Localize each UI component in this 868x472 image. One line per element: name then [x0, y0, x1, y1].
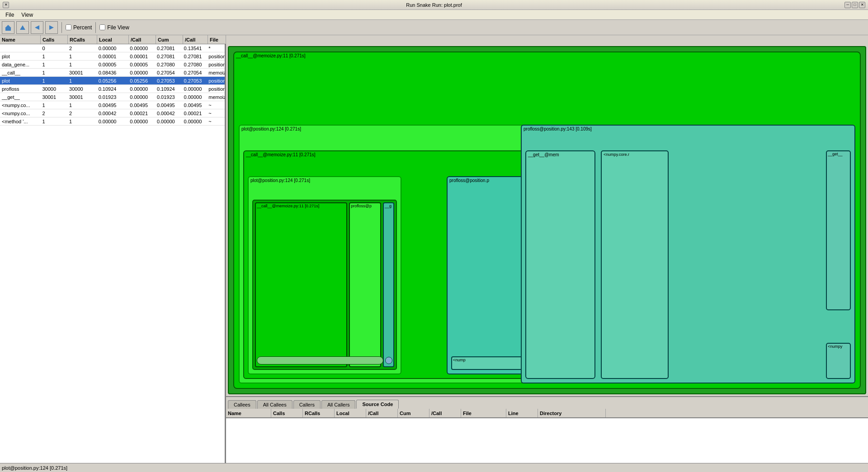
table-row[interactable]: <method '... 1 1 0.00000 0.00000 0.00000…	[0, 117, 225, 126]
vis-numpy-small-label: <nump	[452, 357, 523, 363]
tab-callees[interactable]: Callees	[228, 400, 256, 409]
cell-calls: 30001	[40, 93, 67, 101]
fileview-checkbox[interactable]	[99, 24, 105, 30]
table-row[interactable]: __get__ 30001 30001 0.01923 0.00000 0.01…	[0, 93, 225, 101]
cell-cumcall: 0.00000	[182, 85, 207, 93]
cell-file: ~	[207, 117, 225, 125]
cell-percall: 0.00000	[128, 44, 155, 52]
percent-checkbox-container: Percent	[66, 24, 92, 31]
fileview-label: File View	[107, 24, 129, 31]
cell-cum: 0.00495	[155, 101, 182, 109]
window-close-btn2[interactable]: ✕	[859, 2, 865, 8]
vis-profloss-deep[interactable]: profloss@p	[349, 202, 381, 367]
cell-file: ~	[207, 109, 225, 117]
menu-file[interactable]: File	[2, 11, 18, 19]
tab-source-code[interactable]: Source Code	[356, 400, 399, 409]
left-col-headers: Name Calls RCalls Local /Call Cum /Call …	[0, 35, 226, 44]
vis-deep-call-label: __call__@memoize.py:11 [0.271s]	[256, 203, 346, 209]
cell-cumcall: 0.27054	[182, 69, 207, 76]
menu-bar: File View	[0, 10, 868, 20]
table-row[interactable]: data_gene... 1 1 0.00005 0.00005 0.27080…	[0, 61, 225, 69]
cell-percall: 0.00000	[128, 93, 155, 101]
table-row[interactable]: 0 2 0.00000 0.00000 0.27081 0.13541 *	[0, 44, 225, 52]
vis-plot-inner[interactable]: plot@position.py:124 [0.271s] __call__@m…	[248, 176, 401, 374]
tabs-bar: Callees All Callees Callers All Callers …	[226, 397, 868, 409]
vis-outer-box[interactable]: __call__@memoize.py:11 [0.271s] plot@pos…	[233, 51, 861, 389]
vis-deep-call[interactable]: __call__@memoize.py:11 [0.271s]	[255, 202, 347, 367]
vis-profloss-main[interactable]: profloss@position.py:143 [0.109s] __get_…	[521, 125, 855, 383]
cell-local: 0.01923	[97, 93, 128, 101]
menu-view[interactable]: View	[18, 11, 37, 19]
cell-rcalls: 1	[67, 77, 97, 84]
cell-cum: 0.27081	[155, 44, 182, 52]
col-header-file: File	[208, 35, 226, 44]
vis-profloss-inner-label: profloss@position.p	[448, 177, 527, 184]
cell-file: ~	[207, 101, 225, 109]
table-row[interactable]: <numpy.co... 2 2 0.00042 0.00021 0.00042…	[0, 109, 225, 117]
tab-all-callees[interactable]: All Callees	[257, 400, 292, 409]
title-bar-left: ✕	[3, 2, 9, 8]
cell-name	[0, 44, 40, 52]
cell-rcalls: 30000	[67, 85, 97, 93]
toolbar-forward-btn[interactable]	[45, 21, 58, 34]
cell-rcalls: 2	[67, 109, 97, 117]
table-row[interactable]: __call__ 1 30001 0.08436 0.00000 0.27054…	[0, 69, 225, 77]
col-header-rcalls: RCalls	[68, 35, 97, 44]
vis-profloss-inner[interactable]: profloss@position.p <nump	[447, 176, 528, 374]
vis-get-label: __get__@mem	[526, 151, 594, 158]
cell-percall: 0.00495	[128, 101, 155, 109]
window-close-btn[interactable]: ✕	[3, 2, 9, 8]
cell-cum: 0.00042	[155, 109, 182, 117]
cell-local: 0.10924	[97, 85, 128, 93]
cell-name: <numpy.co...	[0, 109, 40, 117]
vis-get-box[interactable]: __get__@mem	[525, 150, 595, 379]
table-row[interactable]: profloss 30000 30000 0.10924 0.00000 0.1…	[0, 85, 225, 93]
cell-local: 0.00001	[97, 52, 128, 60]
vis-numpy-core[interactable]: <numpy.core.r	[601, 150, 669, 379]
bottom-col-calls: Calls	[271, 409, 303, 417]
table-row-selected[interactable]: plot 1 1 0.05256 0.05256 0.27053 0.27053…	[0, 77, 225, 85]
cell-calls: 1	[40, 77, 67, 84]
table-row[interactable]: plot 1 1 0.00001 0.00001 0.27081 0.27081…	[0, 52, 225, 61]
cell-file: memoize.py	[207, 93, 225, 101]
vis-pill-1	[257, 356, 383, 365]
cell-name: data_gene...	[0, 61, 40, 68]
cell-percall: 0.00005	[128, 61, 155, 68]
svg-marker-2	[20, 25, 25, 30]
window-title: Run Snake Run: plot.prof	[406, 2, 462, 8]
window-max-btn[interactable]: □	[852, 2, 858, 8]
bottom-col-name: Name	[226, 409, 271, 417]
toolbar-back-btn[interactable]	[31, 21, 43, 34]
svg-marker-3	[35, 25, 39, 30]
cell-file: position.py	[207, 77, 225, 84]
cell-cumcall: 0.13541	[182, 44, 207, 52]
cell-name: __call__	[0, 69, 40, 76]
cell-name: profloss	[0, 85, 40, 93]
snake-visualization[interactable]: __call__@memoize.py:11 [0.271s] plot@pos…	[228, 46, 866, 394]
cell-calls: 1	[40, 61, 67, 68]
percent-checkbox[interactable]	[66, 24, 71, 30]
cell-file: position.py	[207, 61, 225, 68]
toolbar-up-btn[interactable]	[16, 21, 29, 34]
status-text: plot@position.py:124 [0.271s]	[2, 465, 67, 471]
toolbar-home-btn[interactable]	[2, 21, 14, 34]
cell-calls: 0	[40, 44, 67, 52]
vis-plot-box[interactable]: plot@position.py:124 [0.271s] __call__@m…	[239, 125, 537, 383]
table-row[interactable]: <numpy.co... 1 1 0.00495 0.00495 0.00495…	[0, 101, 225, 109]
vis-call-inner[interactable]: __call__@memoize.py:11 [0.271s] plot@pos…	[243, 150, 533, 379]
window-min-btn[interactable]: ─	[844, 2, 851, 8]
vis-get-small[interactable]: __get__	[826, 150, 851, 310]
vis-deepest[interactable]: __call__@memoize.py:11 [0.271s] profloss…	[252, 200, 397, 370]
vis-pills	[257, 356, 392, 365]
vis-numpy-small[interactable]: <nump	[451, 356, 524, 370]
tab-all-callers[interactable]: All Callers	[321, 400, 356, 409]
title-bar: ✕ Run Snake Run: plot.prof ─ □ ✕	[0, 0, 868, 10]
cell-rcalls: 1	[67, 61, 97, 68]
vis-nump-small[interactable]: <numpy	[826, 343, 851, 379]
vis-profloss-deep-label: profloss@p	[350, 203, 380, 209]
cell-cumcall: 0.27080	[182, 61, 207, 68]
cell-percall: 0.00001	[128, 52, 155, 60]
tab-callers[interactable]: Callers	[293, 400, 321, 409]
cell-local: 0.00000	[97, 117, 128, 125]
vis-g-deep[interactable]: __g	[383, 202, 394, 367]
